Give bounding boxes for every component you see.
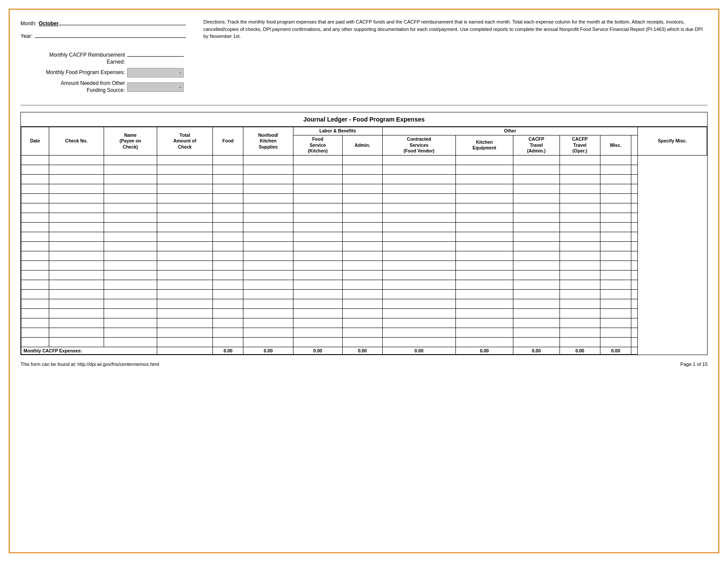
totals-food: 0.00 [213, 347, 243, 354]
funding-value: - [127, 82, 184, 92]
year-line [35, 31, 186, 38]
footer: This form can be found at: http://dpi.wi… [20, 362, 708, 367]
totals-specify-misc [631, 347, 638, 354]
totals-cacfp-travel-admin: 0.00 [513, 347, 559, 354]
col-labor-header: Labor & Benefits [293, 127, 382, 135]
totals-label: Monthly CACFP Expenses: [21, 347, 157, 354]
table-row [21, 251, 707, 261]
table-row [21, 184, 707, 193]
section-divider [20, 105, 708, 105]
table-row [21, 174, 707, 184]
table-row [21, 222, 707, 232]
col-total-amount: TotalAmount ofCheck [157, 127, 212, 156]
totals-nonfood: 0.00 [243, 347, 293, 354]
totals-cacfp-travel-oper: 0.00 [559, 347, 600, 354]
totals-row: Monthly CACFP Expenses: 0.00 0.00 0.00 0… [21, 347, 707, 354]
journal-section: Journal Ledger - Food Program Expenses D… [20, 112, 708, 355]
col-admin: Admin. [342, 135, 382, 156]
col-name: Name(Payee onCheck) [104, 127, 157, 156]
footer-left: This form can be found at: http://dpi.wi… [20, 362, 159, 367]
table-row [21, 193, 707, 203]
form-fields: Month: October Year: Monthly CACFP Reimb… [20, 18, 186, 96]
totals-misc: 0.00 [600, 347, 631, 354]
col-specify-misc: Specify Misc. [638, 127, 707, 156]
funding-label: Amount Needed from Other Funding Source: [20, 80, 125, 94]
table-row [21, 203, 707, 213]
footer-right: Page 1 of 15 [681, 362, 708, 367]
table-row [21, 289, 707, 299]
col-cacfp-travel-admin: CACFPTravel(Admin.) [513, 135, 559, 156]
table-row [21, 308, 707, 318]
col-nonfood: Nonfood/KitchenSupplies [243, 127, 293, 156]
table-row [21, 328, 707, 337]
year-field: Year: [20, 31, 186, 39]
col-date: Date [21, 127, 49, 156]
month-line [59, 18, 186, 25]
col-kitchen-equipment: KitchenEquipment [455, 135, 513, 156]
table-row [21, 280, 707, 289]
table-row [21, 318, 707, 328]
expenses-label: Monthly Food Program Expenses: [20, 69, 125, 76]
table-row [21, 155, 707, 165]
year-label: Year: [20, 33, 33, 39]
top-section: Month: October Year: Monthly CACFP Reimb… [20, 18, 708, 96]
table-row [21, 270, 707, 280]
totals-admin: 0.00 [342, 347, 382, 354]
col-misc: Misc. [600, 135, 631, 156]
col-other-header: Other [382, 127, 638, 135]
reimbursement-earned-row: Monthly CACFP Reimbursement Earned: [20, 49, 186, 65]
header-row-1: Date Check No. Name(Payee onCheck) Total… [21, 127, 707, 135]
journal-title: Journal Ledger - Food Program Expenses [21, 112, 707, 127]
reimbursement-line [127, 49, 184, 57]
col-check-no: Check No. [49, 127, 104, 156]
totals-kitchen-equipment: 0.00 [455, 347, 513, 354]
total-amount-sum [157, 347, 212, 354]
table-row [21, 165, 707, 174]
journal-table: Date Check No. Name(Payee onCheck) Total… [21, 127, 707, 355]
month-label: Month: [20, 20, 37, 27]
table-row [21, 232, 707, 241]
expenses-value: - [127, 68, 184, 78]
month-value: October [39, 20, 59, 27]
totals-contracted: 0.00 [382, 347, 455, 354]
col-food: Food [213, 127, 243, 156]
col-contracted: ContractedServices(Food Vendor) [382, 135, 455, 156]
month-field: Month: October [20, 18, 186, 27]
reimbursement-label: Monthly CACFP Reimbursement Earned: [20, 52, 125, 65]
table-row [21, 241, 707, 251]
col-food-service: FoodService(Kitchen) [293, 135, 342, 156]
col-cacfp-travel-oper: CACFPTravel(Oper.) [559, 135, 600, 156]
expenses-row: Monthly Food Program Expenses: - [20, 68, 186, 78]
page-container: Month: October Year: Monthly CACFP Reimb… [9, 9, 719, 553]
table-row [21, 299, 707, 308]
table-row [21, 337, 707, 347]
table-row [21, 213, 707, 222]
funding-row: Amount Needed from Other Funding Source:… [20, 80, 186, 94]
totals-food-service: 0.00 [293, 347, 342, 354]
table-row [21, 261, 707, 270]
directions-text: Directions: Track the monthly food progr… [203, 18, 708, 96]
